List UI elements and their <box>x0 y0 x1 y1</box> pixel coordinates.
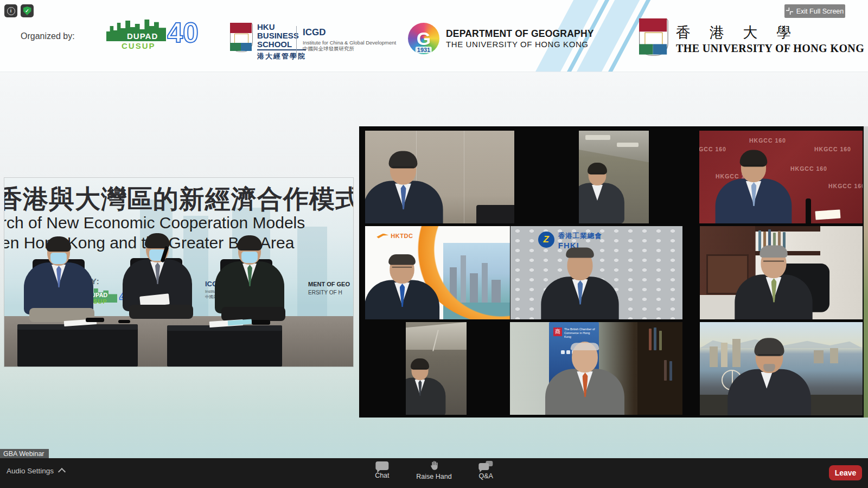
chat-bubble-icon <box>375 461 388 470</box>
britcham-logo-icon: 商 <box>553 328 562 336</box>
participant-tile-r1c3[interactable]: HKGCC 160 HKGCC 160 HKGCC 160 HKGCC 160 … <box>699 131 863 223</box>
raise-hand-icon <box>429 460 439 471</box>
participant-tile-r2c3[interactable] <box>700 226 863 319</box>
security-button[interactable]: ✓ <box>21 4 34 17</box>
participant-tile-r1c1[interactable] <box>365 131 514 223</box>
britcham-banner-text: The British Chamber of Commerce in Hong … <box>564 328 597 339</box>
organized-by-label: Organized by: <box>21 31 75 41</box>
hku-wordmark: 香 港 大 學 THE UNIVERSITY OF HONG KONG <box>676 23 864 55</box>
participant-tile-r3c2[interactable]: 商 The British Chamber of Commerce in Hon… <box>510 322 682 415</box>
desk-microphone <box>806 198 811 223</box>
hkubs-line3: SCHOOL <box>257 40 306 49</box>
participant-tile-r3c3[interactable] <box>700 322 863 415</box>
speaker-trousers <box>129 305 193 319</box>
participant-video-grid: HKGCC 160 HKGCC 160 HKGCC 160 HKGCC 160 … <box>359 126 864 418</box>
crest-green-field <box>230 43 241 51</box>
exit-fullscreen-label: Exit Full Screen <box>796 8 844 15</box>
center-controls: Chat Raise Hand Q&A <box>366 460 501 480</box>
fhki-logo: Z 香港工業總會 FHKI <box>538 232 602 250</box>
crest-blue-field <box>241 43 252 51</box>
speaker-1 <box>26 239 91 320</box>
hkgcc-watermark: HKGCC 160 <box>828 183 863 189</box>
face-mask <box>241 252 258 263</box>
hku-crest-icon <box>230 23 252 51</box>
hkubs-line1: HKU <box>257 23 306 31</box>
geography-year: 1931 <box>416 47 432 53</box>
audio-settings-label: Audio Settings <box>7 467 54 475</box>
exit-fullscreen-icon <box>786 8 793 15</box>
qa-button[interactable]: Q&A <box>470 460 502 480</box>
info-icon: i <box>7 7 15 15</box>
hkgcc-watermark: HKGCC 160 <box>814 146 851 152</box>
raise-hand-label: Raise Hand <box>416 473 451 480</box>
coffee-table <box>167 329 282 367</box>
qa-bubbles-icon <box>479 461 493 471</box>
meeting-control-bar: Audio Settings Chat Raise Hand Q&A <box>0 458 868 488</box>
logo-divider <box>296 26 297 56</box>
crest-blue-field <box>653 44 667 55</box>
dupad-text: DUPAD <box>127 31 158 41</box>
crest-lion-field <box>230 23 252 33</box>
speaker-hair <box>237 235 262 251</box>
stage-title-english-1: rch of New Economic Cooperation Models <box>4 214 305 232</box>
leave-button[interactable]: Leave <box>829 465 862 480</box>
meeting-info-button[interactable]: i <box>4 4 17 17</box>
participant-tile-r3c1[interactable] <box>406 322 467 415</box>
hkgcc-watermark: HKGCC 160 <box>699 146 726 152</box>
chat-label: Chat <box>375 472 389 479</box>
table-microphone <box>252 320 270 325</box>
fhki-circle-icon: Z <box>538 232 554 248</box>
crest-green-field <box>639 44 653 55</box>
stage-title-chinese: 香港與大灣區的新經濟合作模式 <box>4 182 353 216</box>
dupad-40-number: 40 <box>167 18 199 47</box>
hkgcc-watermark: HKGCC 160 <box>749 137 786 144</box>
speaker-2 <box>125 235 190 317</box>
audio-settings-button[interactable]: Audio Settings <box>7 467 65 475</box>
stage-shared-video: 香港與大灣區的新經濟合作模式 rch of New Economic Coope… <box>4 178 353 367</box>
hkubs-line2: BUSINESS <box>257 31 306 40</box>
hktdc-swoosh-icon <box>376 234 388 239</box>
chat-button[interactable]: Chat <box>366 460 398 480</box>
exit-full-screen-button[interactable]: Exit Full Screen <box>784 4 845 18</box>
crest-lion-field <box>639 18 667 31</box>
qa-label: Q&A <box>478 472 493 480</box>
participant-tile-r1c2[interactable] <box>579 131 649 223</box>
hku-chinese: 香 港 大 學 <box>676 23 864 42</box>
participant-tile-r2c2[interactable]: Z 香港工業總會 FHKI <box>510 226 682 319</box>
hku-main-crest-icon <box>639 18 661 47</box>
cusup-text: CUSUP <box>122 41 156 50</box>
hkgcc-watermark: HKGCC 160 <box>790 165 827 172</box>
table-microphone <box>86 318 104 322</box>
zoom-webinar-window: Organized by: DUPAD CUSUP 40 HKU BUSINES… <box>0 0 868 488</box>
speaker-hair <box>46 236 71 252</box>
sponsor-banner: Organized by: DUPAD CUSUP 40 HKU BUSINES… <box>0 0 868 72</box>
dupad-cusup-40-logo: DUPAD CUSUP 40 <box>106 20 199 53</box>
name-card <box>815 209 840 220</box>
backdrop-dept-fragment: MENT OF GEO <box>308 281 350 287</box>
face-mask <box>50 253 67 264</box>
participant-tile-r2c1[interactable]: HKTDC <box>365 226 510 319</box>
backdrop-univ-fragment: ERSITY OF H <box>308 290 342 296</box>
speaker-3 <box>217 237 282 319</box>
icgd-english: Institute for China & Global Development <box>303 40 396 46</box>
geography-line2: THE UNIVERSITY OF HONG KONG <box>446 40 594 49</box>
hkubs-wordmark: HKU BUSINESS SCHOOL 港大經管學院 <box>257 23 306 61</box>
geography-letter: G <box>417 28 431 49</box>
hkubs-chinese: 港大經管學院 <box>257 49 306 61</box>
fhki-chinese: 香港工業總會 <box>558 232 602 241</box>
shield-check-icon: ✓ <box>23 7 31 15</box>
hku-english: THE UNIVERSITY OF HONG KONG <box>676 42 864 55</box>
geography-g-logo: G 1931 <box>408 23 439 54</box>
speaker-trousers <box>221 307 285 321</box>
desk-monitor <box>476 205 514 223</box>
hku-business-school-logo: HKU BUSINESS SCHOOL 港大經管學院 <box>230 23 306 61</box>
icgd-chinese: 中國與全球發展研究所 <box>303 46 396 53</box>
goatee <box>763 364 775 371</box>
raise-hand-button[interactable]: Raise Hand <box>416 460 451 480</box>
crest-book <box>644 32 662 46</box>
coffee-table <box>17 327 138 367</box>
geography-wordmark: DEPARTMENT OF GEOGRAPHY THE UNIVERSITY O… <box>446 28 594 49</box>
chevron-up-icon <box>58 468 66 476</box>
hktdc-text: HKTDC <box>391 233 413 239</box>
hktdc-logo: HKTDC <box>376 233 413 239</box>
